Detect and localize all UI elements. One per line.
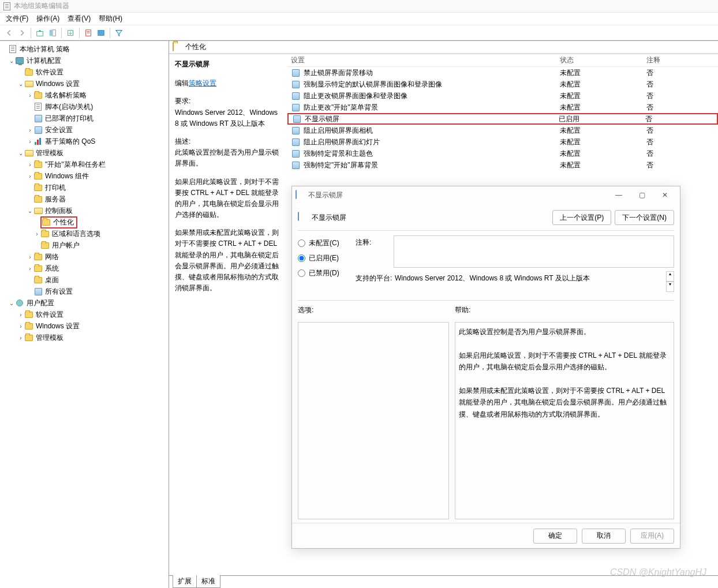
- radio-not-configured[interactable]: 未配置(C): [298, 235, 356, 250]
- chevron-down-icon[interactable]: ⌄: [8, 300, 15, 306]
- menu-bar: 文件(F) 操作(A) 查看(V) 帮助(H): [0, 13, 718, 25]
- apply-button[interactable]: 应用(A): [630, 529, 674, 544]
- setting-icon: [291, 137, 300, 147]
- radio-enabled[interactable]: 已启用(E): [298, 250, 356, 265]
- show-hide-tree-button[interactable]: [47, 27, 58, 39]
- gear-icon: [33, 287, 43, 296]
- tree-start-taskbar[interactable]: ›"开始"菜单和任务栏: [0, 159, 169, 170]
- row-comment: 否: [643, 137, 718, 147]
- list-row[interactable]: 禁止锁屏界面背景移动未配置否: [287, 67, 718, 78]
- list-row[interactable]: 不显示锁屏已启用否: [287, 113, 718, 125]
- radio-disabled[interactable]: 已禁用(D): [298, 265, 356, 280]
- col-state-header[interactable]: 状态: [556, 55, 643, 65]
- folder-icon: [24, 68, 33, 77]
- spin-down-icon[interactable]: ▾: [666, 282, 674, 292]
- chevron-right-icon[interactable]: ›: [17, 323, 24, 329]
- tree-network[interactable]: ›网络: [0, 251, 169, 263]
- minimize-button[interactable]: —: [607, 187, 630, 203]
- tree-user-admin[interactable]: ›管理模板: [0, 332, 169, 343]
- row-state: 未配置: [556, 103, 643, 113]
- options-column: [298, 322, 449, 519]
- tree-user-windows[interactable]: ›Windows 设置: [0, 320, 169, 332]
- export-button[interactable]: [65, 27, 76, 39]
- chevron-down-icon[interactable]: ⌄: [27, 208, 33, 214]
- next-setting-button[interactable]: 下一个设置(N): [615, 210, 674, 225]
- tree-user-accounts[interactable]: 用户帐户: [0, 239, 169, 251]
- chevron-right-icon[interactable]: ›: [33, 231, 40, 237]
- row-name: 阻止更改锁屏界面图像和登录图像: [304, 91, 407, 101]
- tree-personalization[interactable]: 个性化: [0, 216, 169, 228]
- edit-policy-link[interactable]: 策略设置: [189, 79, 216, 87]
- forward-button[interactable]: [16, 27, 28, 39]
- back-button[interactable]: [3, 27, 15, 39]
- close-button[interactable]: ✕: [653, 187, 676, 203]
- up-button[interactable]: [34, 27, 46, 39]
- chevron-right-icon[interactable]: ›: [27, 265, 33, 272]
- tree-software-settings[interactable]: 软件设置: [0, 66, 169, 78]
- tree-computer-config[interactable]: ⌄计算机配置: [0, 55, 169, 66]
- tree-qos[interactable]: ›基于策略的 QoS: [0, 136, 169, 147]
- tree-user-software[interactable]: ›软件设置: [0, 309, 169, 320]
- chevron-right-icon[interactable]: ›: [27, 162, 33, 168]
- filter-button[interactable]: [113, 27, 125, 39]
- list-row[interactable]: 强制显示特定的默认锁屏界面图像和登录图像未配置否: [287, 78, 718, 90]
- svg-rect-0: [37, 31, 43, 36]
- menu-help[interactable]: 帮助(H): [99, 14, 122, 24]
- maximize-button[interactable]: ▢: [630, 187, 653, 203]
- tree-all-settings[interactable]: 所有设置: [0, 286, 169, 297]
- tree-admin-templates[interactable]: ⌄管理模板: [0, 147, 169, 159]
- comment-textarea[interactable]: [394, 235, 674, 268]
- chevron-right-icon[interactable]: ›: [27, 173, 33, 179]
- spin-up-icon[interactable]: ▴: [666, 271, 674, 282]
- ok-button[interactable]: 确定: [533, 529, 577, 544]
- cancel-button[interactable]: 取消: [582, 529, 626, 544]
- tree-root[interactable]: 本地计算机 策略: [0, 43, 169, 55]
- menu-file[interactable]: 文件(F): [6, 14, 28, 24]
- menu-action[interactable]: 操作(A): [36, 14, 59, 24]
- tree-deployed-printers[interactable]: 已部署的打印机: [0, 113, 169, 124]
- tab-standard[interactable]: 标准: [196, 575, 220, 588]
- chevron-right-icon[interactable]: ›: [17, 312, 24, 318]
- spinner[interactable]: ▴▾: [666, 271, 674, 292]
- help-button[interactable]: [95, 27, 107, 39]
- window-title: 本地组策略编辑器: [14, 1, 69, 11]
- chevron-right-icon[interactable]: ›: [17, 335, 24, 341]
- col-comment-header[interactable]: 注释: [643, 55, 718, 65]
- tree-printers[interactable]: 打印机: [0, 182, 169, 193]
- tree-control-panel[interactable]: ⌄控制面板: [0, 205, 169, 216]
- list-row[interactable]: 强制特定"开始"屏幕背景未配置否: [287, 159, 718, 171]
- tree-win-components[interactable]: ›Windows 组件: [0, 170, 169, 182]
- prev-setting-button[interactable]: 上一个设置(P): [552, 210, 611, 225]
- tree-servers[interactable]: 服务器: [0, 193, 169, 205]
- tab-extended[interactable]: 扩展: [173, 575, 197, 588]
- row-comment: 否: [643, 126, 718, 136]
- chevron-down-icon[interactable]: ⌄: [17, 81, 24, 87]
- menu-view[interactable]: 查看(V): [68, 14, 91, 24]
- chevron-right-icon[interactable]: ›: [27, 138, 33, 145]
- navigation-tree[interactable]: 本地计算机 策略 ⌄计算机配置 软件设置 ⌄Windows 设置 ›域名解析策略…: [0, 41, 169, 588]
- dialog-titlebar[interactable]: 不显示锁屏 — ▢ ✕: [292, 186, 680, 204]
- tree-scripts[interactable]: 脚本(启动/关机): [0, 101, 169, 113]
- tree-desktop[interactable]: 桌面: [0, 274, 169, 286]
- dialog-content: 不显示锁屏 上一个设置(P) 下一个设置(N) 未配置(C) 已启用(E) 已禁…: [292, 204, 680, 523]
- tree-user-config[interactable]: ⌄用户配置: [0, 297, 169, 309]
- tree-security-settings[interactable]: ›安全设置: [0, 124, 169, 136]
- properties-button[interactable]: [83, 27, 94, 39]
- list-row[interactable]: 阻止启用锁屏界面相机未配置否: [287, 125, 718, 136]
- tree-region-lang[interactable]: ›区域和语言选项: [0, 228, 169, 239]
- row-comment: 否: [642, 114, 717, 124]
- tree-dns-policy[interactable]: ›域名解析策略: [0, 89, 169, 101]
- list-row[interactable]: 阻止更改锁屏界面图像和登录图像未配置否: [287, 90, 718, 102]
- chevron-right-icon[interactable]: ›: [27, 254, 33, 260]
- list-row[interactable]: 阻止启用锁屏界面幻灯片未配置否: [287, 136, 718, 148]
- chevron-down-icon[interactable]: ⌄: [8, 58, 15, 64]
- tree-system[interactable]: ›系统: [0, 263, 169, 274]
- chevron-right-icon[interactable]: ›: [27, 92, 33, 99]
- list-row[interactable]: 强制特定背景和主题色未配置否: [287, 148, 718, 159]
- tree-windows-settings[interactable]: ⌄Windows 设置: [0, 78, 169, 89]
- list-row[interactable]: 防止更改"开始"菜单背景未配置否: [287, 102, 718, 113]
- chevron-right-icon[interactable]: ›: [27, 127, 33, 133]
- chevron-down-icon[interactable]: ⌄: [17, 150, 24, 156]
- col-setting-header[interactable]: 设置: [287, 55, 556, 65]
- setting-icon: [292, 114, 301, 123]
